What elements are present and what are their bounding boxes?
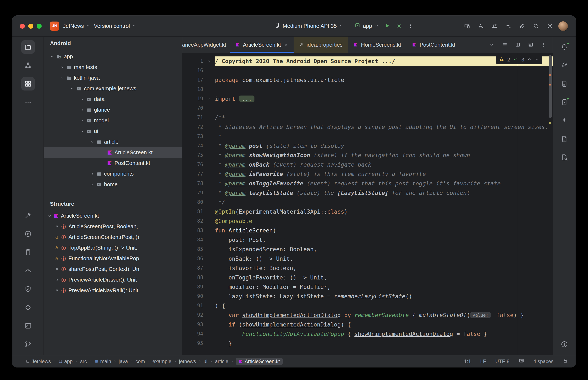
code-line[interactable]: 82@Composable [182, 216, 553, 226]
logcat-button[interactable] [558, 132, 571, 146]
code-line[interactable]: 86 onBack: () -> Unit, [182, 254, 553, 263]
editor-tab[interactable]: lanceAppWidget.kt [182, 37, 230, 53]
run-button[interactable] [384, 22, 390, 29]
project-tree-item[interactable]: kotlin+java [44, 73, 182, 83]
terminal-button[interactable] [21, 319, 35, 333]
project-tree-item[interactable]: com.example.jetnews [44, 83, 182, 94]
preview-button[interactable] [528, 42, 533, 47]
device-selector[interactable]: Medium Phone API 35 [274, 22, 344, 30]
notifications-bell-button[interactable] [558, 40, 571, 54]
breadcrumb-item[interactable]: java [119, 359, 128, 364]
code-line[interactable]: 17package com.example.jetnews.ui.article [182, 75, 553, 85]
app-inspection-button[interactable] [558, 151, 571, 164]
breadcrumb-item[interactable]: ArticleScreen.kt [236, 358, 283, 365]
code-line[interactable]: 73 * [182, 132, 553, 141]
code-line[interactable]: 74 * @param post (state) item to display [182, 141, 553, 151]
more-vertical-button[interactable] [541, 42, 546, 47]
code-line[interactable]: 79 * @param lazyListState (state) the [L… [182, 188, 553, 197]
code-line[interactable]: 92 var showUnimplementedActionDialog by … [182, 310, 553, 320]
commit-nodes-button[interactable] [21, 59, 35, 72]
code-line[interactable]: 77 * @param isFavorite (state) is this i… [182, 169, 553, 179]
structure-item[interactable]: sharePost(Post, Context): Un [44, 264, 182, 274]
breadcrumb-item[interactable]: src [80, 359, 87, 364]
split-editor-button[interactable] [515, 42, 520, 47]
caret-position[interactable]: 1:1 [464, 359, 471, 364]
file-encoding[interactable]: UTF-8 [495, 359, 509, 364]
editor-tab[interactable]: HomeScreens.kt [348, 37, 406, 53]
close-window-button[interactable] [20, 24, 25, 29]
vcs-menu[interactable]: Version control [94, 23, 136, 29]
code-line[interactable]: 83fun ArticleScreen( [182, 226, 553, 235]
code-line[interactable]: 16 [182, 66, 553, 75]
breadcrumb-item[interactable]: main [94, 359, 111, 364]
code-line[interactable]: 19import ... [182, 94, 553, 103]
code-line[interactable]: 18 [182, 85, 553, 94]
more-tools-button[interactable] [21, 95, 35, 109]
code-editor[interactable]: 1/ Copyright 2020 The Android Open Sourc… [182, 53, 553, 355]
project-tree-item[interactable]: ui [44, 126, 182, 136]
structure-root-item[interactable]: ArticleScreen.kt [44, 210, 182, 221]
gradle-button[interactable] [558, 59, 571, 72]
fold-indicator[interactable] [203, 94, 215, 103]
settings-gear-button[interactable] [547, 23, 553, 29]
editor-list-button[interactable] [502, 42, 507, 47]
user-avatar[interactable] [558, 21, 568, 31]
code-line[interactable]: 95 } [182, 339, 553, 348]
code-line[interactable]: 81@OptIn(ExperimentalMaterial3Api::class… [182, 207, 553, 216]
breadcrumb-item[interactable]: app [58, 359, 73, 364]
project-tree-item[interactable]: components [44, 169, 182, 179]
code-line[interactable]: 72 * Stateless Article Screen that displ… [182, 122, 553, 132]
ai-sparkle-button[interactable] [505, 23, 512, 29]
code-line[interactable]: 76 * @param onBack (event) request navig… [182, 160, 553, 169]
structure-item[interactable]: PreviewArticleNavRail(): Unit [44, 285, 182, 296]
fold-indicator[interactable] [203, 57, 215, 66]
code-line[interactable]: 88 onToggleFavorite: () -> Unit, [182, 273, 553, 282]
code-line[interactable]: 70 [182, 103, 553, 113]
code-line[interactable]: 71/** [182, 113, 553, 122]
code-line[interactable]: 93 if (showUnimplementedActionDialog) { [182, 320, 553, 329]
chevron-down-button[interactable] [489, 42, 494, 47]
project-tree-item[interactable]: article [44, 136, 182, 147]
project-tree-item[interactable]: app [44, 51, 182, 62]
structure-item[interactable]: PreviewArticleDrawer(): Unit [44, 274, 182, 285]
structure-button[interactable] [21, 77, 35, 91]
project-view-selector[interactable]: Android [44, 37, 182, 50]
breadcrumb-item[interactable]: JetNews [26, 359, 51, 364]
breadcrumb-item[interactable]: example [152, 359, 171, 364]
more-run-options-button[interactable] [408, 23, 413, 29]
project-menu[interactable]: JetNews [63, 23, 90, 29]
scrollbar-thumb[interactable] [549, 55, 552, 118]
project-tree-item[interactable]: home [44, 179, 182, 190]
debug-button[interactable] [396, 22, 402, 29]
structure-item[interactable]: TopAppBar(String, () -> Unit, [44, 243, 182, 253]
project-tree-item[interactable]: glance [44, 105, 182, 115]
version-control-button[interactable] [21, 338, 35, 351]
build-button[interactable] [21, 209, 35, 222]
indent-setting[interactable]: 4 spaces [533, 359, 553, 364]
running-devices-button[interactable] [558, 95, 571, 109]
breadcrumb-item[interactable]: ui [203, 359, 208, 364]
editor-tab[interactable]: PostContent.kt [406, 37, 461, 53]
problems-button[interactable] [558, 338, 571, 351]
code-line[interactable]: 91) { [182, 301, 553, 310]
project-folder-button[interactable] [21, 40, 35, 54]
code-line[interactable]: 84 post: Post, [182, 235, 553, 245]
warning-stripe-mark[interactable] [549, 122, 551, 124]
filter-sliders-button[interactable] [491, 23, 498, 29]
app-quality-insights-button[interactable] [21, 282, 35, 296]
project-tree-item[interactable]: data [44, 94, 182, 105]
project-tree-item[interactable]: manifests [44, 62, 182, 73]
firebase-button[interactable] [21, 301, 35, 314]
structure-item[interactable]: ArticleScreenContent(Post, () [44, 232, 182, 243]
code-line[interactable]: 85 isExpandedScreen: Boolean, [182, 245, 553, 254]
device-manager-button[interactable] [21, 246, 35, 259]
warning-stripe-mark[interactable] [549, 75, 551, 76]
code-line[interactable]: 80 */ [182, 197, 553, 207]
run-tool-button[interactable] [21, 227, 35, 241]
line-separator[interactable]: LF [480, 359, 486, 364]
device-explorer-button[interactable] [558, 77, 571, 91]
maximize-window-button[interactable] [37, 24, 42, 29]
project-tree-item[interactable]: ArticleScreen.kt [44, 147, 182, 158]
device-mirroring-button[interactable] [464, 23, 470, 29]
structure-item[interactable]: ArticleScreen(Post, Boolean, [44, 221, 182, 232]
